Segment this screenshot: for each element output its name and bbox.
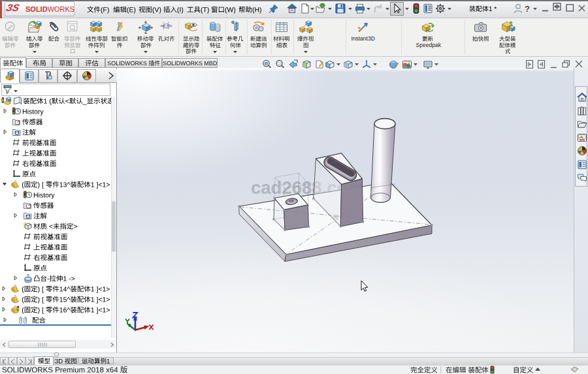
svg-text:ЗS: ЗS [5, 2, 21, 13]
